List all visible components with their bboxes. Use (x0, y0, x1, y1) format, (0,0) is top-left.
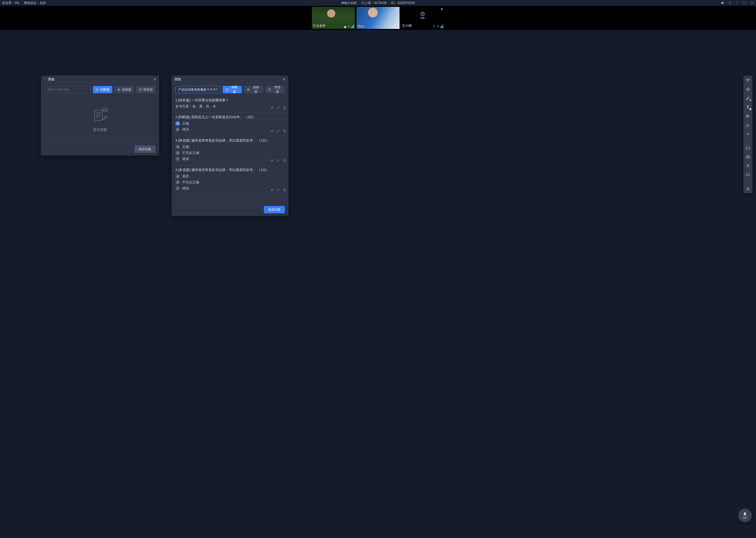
save-quiz-button[interactable]: 保存试卷 (134, 145, 155, 153)
edit-question-icon[interactable] (276, 159, 280, 163)
svg-point-4 (422, 13, 424, 15)
participant-name: 叮当老师 (313, 24, 325, 28)
participant-name: Nina (357, 25, 364, 28)
toolbox-icon[interactable] (745, 154, 750, 159)
option-text: 错误 (182, 186, 189, 191)
svg-point-9 (118, 89, 119, 90)
question-option[interactable]: A正确 (175, 121, 285, 126)
video-tile[interactable]: ✕ Nina (356, 7, 400, 29)
svg-point-14 (105, 110, 106, 110)
option-letter: C (175, 157, 180, 161)
close-window-icon[interactable] (750, 1, 754, 5)
question-item: 4 [多选题] 施华洛世奇是反华品牌，所以梁鼎琪反华。 （2分）A是的B不完全正… (175, 166, 288, 195)
folder-icon[interactable] (745, 145, 750, 150)
edit-question-icon[interactable] (276, 188, 280, 192)
add-choice-button[interactable]: 选择题 (244, 86, 263, 93)
move-question-icon[interactable] (270, 159, 274, 163)
svg-point-0 (730, 2, 731, 3)
close-icon[interactable]: ✕ (441, 7, 443, 11)
move-question-icon[interactable] (270, 188, 274, 192)
participant-name: 王小明 (402, 24, 412, 28)
user-icon[interactable] (745, 163, 750, 168)
delete-question-icon[interactable] (283, 106, 286, 110)
mic-icon (437, 25, 439, 28)
move-icon[interactable] (745, 87, 750, 92)
delete-question-icon[interactable] (283, 188, 286, 192)
camera-off-icon (417, 10, 428, 21)
panel-title: 测验 (48, 77, 55, 82)
signal-indicator-icon (344, 26, 346, 28)
bell-icon[interactable] (745, 186, 750, 191)
svg-point-24 (747, 164, 748, 166)
question-option[interactable]: A正确 (175, 144, 285, 149)
scissors-icon[interactable] (745, 114, 750, 119)
eraser-icon[interactable] (745, 123, 750, 128)
back-icon[interactable] (44, 77, 46, 81)
quiz-panel-empty: 测验 ✕ 判断题 选择题 简答题 (41, 76, 159, 155)
fullscreen-icon[interactable] (743, 1, 746, 5)
option-text: 是的 (182, 174, 189, 179)
delete-question-icon[interactable] (283, 159, 286, 163)
text-tool-icon[interactable]: T (745, 105, 750, 110)
signal-indicator-icon (393, 26, 395, 28)
question-option[interactable]: C错误 (175, 157, 285, 161)
save-quiz-button[interactable]: 保存试卷 (264, 206, 285, 213)
network-status: 网络状态：良好 (24, 1, 46, 5)
option-letter: C (175, 186, 180, 191)
topbar: 丢包率：0% 网络状态：良好 神秘大自然 已上课：02:34:09 ID：202… (0, 0, 756, 6)
cursor-sparkle-icon[interactable] (745, 78, 750, 83)
quiz-name-input[interactable] (175, 86, 220, 93)
question-option[interactable]: B不完全正确 (175, 150, 285, 155)
mic-muted-icon (433, 25, 436, 28)
close-icon[interactable]: ✕ (283, 77, 286, 81)
svg-rect-19 (269, 88, 271, 91)
edit-question-icon[interactable] (276, 106, 280, 110)
delete-question-icon[interactable] (283, 129, 286, 134)
color-dot-icon[interactable] (745, 131, 750, 136)
video-tile[interactable]: 叮当老师 (312, 7, 355, 29)
add-judge-button[interactable]: 判断题 (93, 86, 112, 93)
add-judge-button[interactable]: 判断题 (223, 86, 242, 93)
right-toolbar: T (743, 76, 752, 193)
minimize-icon[interactable] (735, 1, 739, 5)
camera-toggle-icon[interactable] (721, 1, 725, 5)
option-letter: B (175, 127, 180, 132)
question-actions (270, 106, 286, 110)
question-option[interactable]: C错误 (175, 186, 285, 191)
question-actions (270, 159, 286, 163)
move-question-icon[interactable] (270, 106, 274, 110)
add-short-button[interactable]: 简答题 (265, 86, 285, 93)
quiz-panel-list: 测验 ✕ 判断题 选择题 简答题 1 [简答题] 一年四季分别是哪四季？参考答案… (172, 76, 289, 216)
option-letter: A (175, 174, 180, 179)
question-option[interactable]: A是的 (175, 174, 285, 179)
add-short-button[interactable]: 简答题 (136, 86, 155, 93)
volume-bars-icon (351, 25, 354, 28)
pen-icon[interactable] (745, 96, 750, 101)
question-item: 1 [简答题] 一年四季分别是哪四季？参考答案：春、夏、秋、冬 (175, 96, 288, 113)
question-option[interactable]: B错误 (175, 127, 285, 132)
raise-hand-counter[interactable]: 0/2 (738, 509, 752, 522)
question-list[interactable]: 1 [简答题] 一年四季分别是哪四季？参考答案：春、夏、秋、冬2 [判断题] 我… (172, 95, 289, 203)
question-title: 4 [多选题] 施华洛世奇是反华品牌，所以梁鼎琪反华。 （2分） (175, 168, 285, 172)
close-icon[interactable]: ✕ (396, 7, 399, 11)
option-text: 不完全正确 (182, 151, 199, 155)
question-actions (270, 129, 286, 134)
option-text: 正确 (182, 145, 189, 149)
option-letter: A (175, 121, 180, 126)
hand-count: 0/2 (743, 516, 747, 519)
close-icon[interactable]: ✕ (153, 77, 157, 81)
quiz-name-input[interactable] (45, 86, 91, 93)
move-question-icon[interactable] (270, 129, 274, 134)
svg-rect-11 (95, 110, 102, 120)
settings-icon[interactable] (728, 1, 732, 5)
add-choice-button[interactable]: 选择题 (115, 86, 134, 93)
edit-question-icon[interactable] (276, 129, 280, 134)
question-option[interactable]: B不完全正确 (175, 180, 285, 185)
svg-rect-16 (226, 88, 228, 91)
option-text: 错误 (182, 157, 189, 161)
video-tiles-row: 叮当老师 ✕ Nina ✕ 王小明 (0, 6, 756, 30)
video-tile[interactable]: ✕ 王小明 (401, 7, 444, 29)
chat-icon[interactable] (745, 172, 750, 177)
option-letter: A (175, 144, 180, 149)
question-actions (270, 188, 286, 192)
